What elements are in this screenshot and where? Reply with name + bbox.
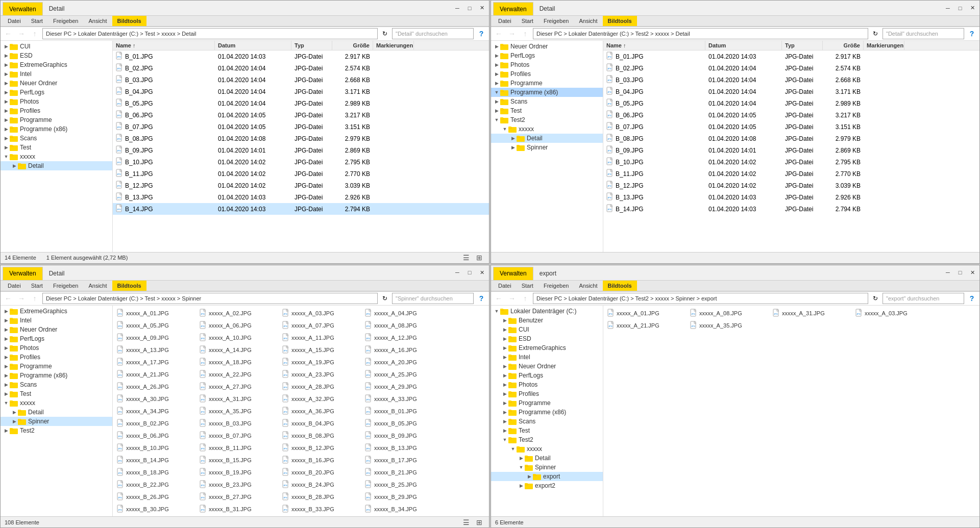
table-row[interactable]: JPG B_01.JPG01.04.2020 14:03JPG-Datei2.9… <box>603 51 979 62</box>
table-row[interactable]: JPG B_01.JPG01.04.2020 14:03JPG-Datei2.9… <box>113 51 489 62</box>
sidebar-item-spinner[interactable]: ▼ Spinner <box>491 463 603 472</box>
list-item[interactable]: JPG xxxxx_A_30.JPG <box>115 393 197 405</box>
sidebar-item-test[interactable]: ▶ Test <box>491 106 603 115</box>
ribbon-tab-bildtools-bl[interactable]: Bildtools <box>112 281 146 291</box>
sidebar-item-spinner[interactable]: ▶ Spinner <box>491 143 603 152</box>
sidebar-item-programme-x86[interactable]: ▶ Programme (x86) <box>1 371 112 380</box>
maximize-button-tr[interactable]: □ <box>955 3 965 13</box>
list-item[interactable]: JPG xxxxx_A_32.JPG <box>280 393 362 405</box>
sidebar-item-perflogs[interactable]: ▶ PerfLogs <box>491 371 603 380</box>
list-item[interactable]: JPG xxxxx_A_25.JPG <box>363 369 445 380</box>
address-path-tr[interactable]: Dieser PC > Lokaler Datenträger (C:) > T… <box>533 28 868 39</box>
sidebar-item-spinner[interactable]: ▶ Spinner <box>1 417 112 426</box>
sidebar-item-profiles[interactable]: ▶ Profiles <box>491 69 603 79</box>
maximize-button[interactable]: □ <box>464 3 475 13</box>
table-row[interactable]: JPG B_11.JPG01.04.2020 14:02JPG-Datei2.7… <box>113 168 489 180</box>
back-button-tr[interactable]: ← <box>493 28 504 39</box>
sidebar-item-intel[interactable]: ▶ Intel <box>491 353 603 362</box>
minimize-button-bl[interactable]: ─ <box>452 267 462 278</box>
help-button-br[interactable]: ? <box>966 293 977 304</box>
list-item[interactable]: JPG xxxxx_B_17.JPG <box>363 455 445 466</box>
list-item[interactable]: JPG xxxxx_A_35.JPG <box>688 320 770 331</box>
sidebar-item-detail[interactable]: ▶ Detail <box>1 408 112 417</box>
table-row[interactable]: JPG B_14.JPG01.04.2020 14:03JPG-Datei2.7… <box>603 203 979 215</box>
list-item[interactable]: JPG xxxxx_A_20.JPG <box>363 357 445 368</box>
list-item[interactable]: JPG xxxxx_A_17.JPG <box>115 357 197 368</box>
view-icons-button[interactable]: ⊞ <box>474 252 485 263</box>
list-item[interactable]: JPG xxxxx_A_22.JPG <box>198 369 279 380</box>
list-item[interactable]: JPG xxxxx_A_23.JPG <box>280 369 362 380</box>
table-row[interactable]: JPG B_14.JPG01.04.2020 14:03JPG-Datei2.7… <box>113 203 489 215</box>
sidebar-item-intel[interactable]: ▶ Intel <box>1 69 112 79</box>
list-item[interactable]: JPG xxxxx_B_11.JPG <box>198 442 279 454</box>
minimize-button-br[interactable]: ─ <box>943 267 953 278</box>
list-item[interactable]: JPG xxxxx_B_03.JPG <box>198 418 279 429</box>
ribbon-tab-freigeben-bl[interactable]: Freigeben <box>48 281 84 291</box>
list-item[interactable]: JPG xxxxx_A_15.JPG <box>280 344 362 356</box>
list-item[interactable]: JPG xxxxx_A_34.JPG <box>115 406 197 417</box>
table-row[interactable]: JPG B_11.JPG01.04.2020 14:02JPG-Datei2.7… <box>603 168 979 180</box>
minimize-button-tr[interactable]: ─ <box>943 3 953 13</box>
header-type[interactable]: Typ <box>291 41 332 50</box>
list-item[interactable]: JPG xxxxx_A_21.JPG <box>115 369 197 380</box>
list-item[interactable]: JPG xxxxx_A_06.JPG <box>198 320 279 331</box>
table-row[interactable]: JPG B_03.JPG01.04.2020 14:04JPG-Datei2.6… <box>113 74 489 86</box>
list-item[interactable]: JPG xxxxx_A_02.JPG <box>198 308 279 319</box>
header-mark-tr[interactable]: Markierungen <box>864 41 904 50</box>
view-list-button[interactable]: ☰ <box>460 252 472 263</box>
sidebar-item-scans[interactable]: ▶ Scans <box>491 97 603 106</box>
table-row[interactable]: JPG B_05.JPG01.04.2020 14:04JPG-Datei2.9… <box>603 97 979 109</box>
list-item[interactable]: JPG xxxxx_B_15.JPG <box>198 455 279 466</box>
list-item[interactable]: JPG xxxxx_A_10.JPG <box>198 332 279 343</box>
sidebar-item-photos[interactable]: ▶ Photos <box>1 97 112 106</box>
forward-button-bl[interactable]: → <box>16 293 27 304</box>
ribbon-tab-freigeben-br[interactable]: Freigeben <box>538 281 574 291</box>
list-item[interactable]: JPG xxxxx_A_03.JPG <box>853 308 935 319</box>
sidebar-item-detail[interactable]: ▶ Detail <box>491 454 603 463</box>
sidebar-item-intel[interactable]: ▶ Intel <box>1 316 112 325</box>
list-item[interactable]: JPG xxxxx_B_28.JPG <box>280 491 362 502</box>
sidebar-item-programme[interactable]: ▶ Programme <box>491 398 603 408</box>
table-row[interactable]: JPG B_04.JPG01.04.2020 14:04JPG-Datei3.1… <box>113 86 489 97</box>
header-name-tr[interactable]: Name ↑ <box>603 41 705 50</box>
sidebar-item-lokaler-datenträger-c:[interactable]: ▼ Lokaler Datenträger (C:) <box>491 307 603 316</box>
view-list-button-bl[interactable]: ☰ <box>460 517 472 528</box>
sidebar-item-photos[interactable]: ▶ Photos <box>1 343 112 353</box>
sidebar-item-test[interactable]: ▶ Test <box>491 426 603 435</box>
table-row[interactable]: JPG B_02.JPG01.04.2020 14:04JPG-Datei2.5… <box>603 62 979 74</box>
list-item[interactable]: JPG xxxxx_A_03.JPG <box>280 308 362 319</box>
close-button[interactable]: ✕ <box>477 3 487 13</box>
list-item[interactable]: JPG xxxxx_B_23.JPG <box>198 479 279 490</box>
sidebar-item-neuer-ordner[interactable]: ▶ Neuer Ordner <box>1 325 112 334</box>
sidebar-item-test2[interactable]: ▼ Test2 <box>491 435 603 444</box>
sidebar-item-detail[interactable]: ▶ Detail <box>1 161 112 170</box>
ribbon-tab-freigeben-tr[interactable]: Freigeben <box>538 16 574 26</box>
table-row[interactable]: JPG B_07.JPG01.04.2020 14:05JPG-Datei3.1… <box>113 121 489 133</box>
list-item[interactable]: JPG xxxxx_B_34.JPG <box>363 504 445 515</box>
ribbon-tab-bildtools[interactable]: Bildtools <box>112 16 146 26</box>
ribbon-tab-datei-tr[interactable]: Datei <box>493 16 517 26</box>
list-item[interactable]: JPG xxxxx_B_16.JPG <box>280 455 362 466</box>
forward-button[interactable]: → <box>16 28 27 39</box>
header-mark[interactable]: Markierungen <box>373 41 414 50</box>
table-row[interactable]: JPG B_08.JPG01.04.2020 14:08JPG-Datei2.9… <box>113 133 489 144</box>
sidebar-item-programme-x86[interactable]: ▶ Programme (x86) <box>1 124 112 134</box>
list-item[interactable]: JPG xxxxx_A_08.JPG <box>363 320 445 331</box>
forward-button-br[interactable]: → <box>506 293 518 304</box>
forward-button-tr[interactable]: → <box>506 28 518 39</box>
list-item[interactable]: JPG xxxxx_B_20.JPG <box>280 467 362 478</box>
sidebar-item-neuer-ordner[interactable]: ▶ Neuer Ordner <box>1 79 112 88</box>
tab-verwalten-active[interactable]: Verwalten <box>3 2 43 15</box>
sidebar-item-programme[interactable]: ▶ Programme <box>491 79 603 88</box>
list-item[interactable]: JPG xxxxx_A_05.JPG <box>115 320 197 331</box>
ribbon-tab-bildtools-br[interactable]: Bildtools <box>603 281 637 291</box>
table-row[interactable]: JPG B_09.JPG01.04.2020 14:01JPG-Datei2.8… <box>113 144 489 156</box>
sidebar-item-programme-x86[interactable]: ▶ Programme (x86) <box>491 408 603 417</box>
sidebar-item-xxxxx[interactable]: ▼ xxxxx <box>1 398 112 408</box>
sidebar-item-export2[interactable]: ▶ export2 <box>491 481 603 490</box>
list-item[interactable]: JPG xxxxx_A_07.JPG <box>280 320 362 331</box>
sidebar-item-perflogs[interactable]: ▶ PerfLogs <box>1 88 112 97</box>
list-item[interactable]: JPG xxxxx_B_02.JPG <box>115 418 197 429</box>
ribbon-tab-datei-bl[interactable]: Datei <box>3 281 26 291</box>
list-item[interactable]: JPG xxxxx_B_26.JPG <box>115 491 197 502</box>
